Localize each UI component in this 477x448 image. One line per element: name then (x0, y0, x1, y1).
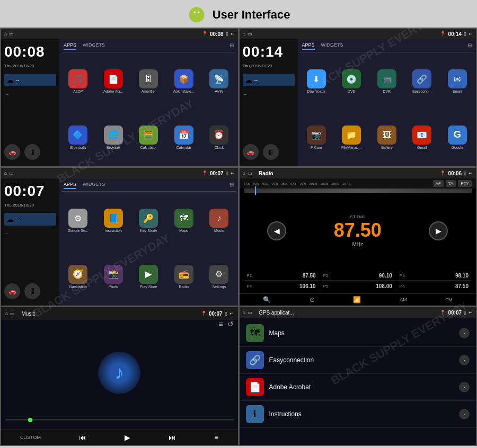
date-1: Thu,2016/10/20 (4, 64, 56, 68)
time-3: 00:07 (210, 171, 224, 176)
app-downloads[interactable]: ⬇ Downloads (300, 55, 333, 109)
eq-btn-3[interactable]: 🎛 (24, 283, 40, 299)
preset-6[interactable]: P6 87.50 (396, 282, 472, 291)
app-navigation[interactable]: 🧭 Navigation (61, 250, 95, 304)
doc-icon-2: ▭ (248, 31, 252, 37)
expand-icon-2[interactable]: ⊟ (467, 42, 472, 50)
app-gmail[interactable]: 📧 Gmail (405, 111, 439, 165)
gps-easyconn-arrow[interactable]: › (459, 355, 470, 365)
app-radio[interactable]: 📻 Radio (167, 250, 201, 304)
app-keystudy[interactable]: 🔑 Key Study (132, 194, 165, 248)
gps-instructions-arrow[interactable]: › (459, 409, 470, 419)
back-icon-m[interactable]: ↩ (229, 311, 234, 316)
gps-app-instructions[interactable]: ℹ Instructions › (240, 401, 476, 428)
app-apk[interactable]: 📦 ApkInstalle... (167, 55, 201, 109)
app-clock[interactable]: ⏰ Clock (202, 111, 236, 165)
radio-prev-btn[interactable]: ◀ (267, 221, 286, 240)
preset-2[interactable]: P2 90.10 (320, 271, 395, 281)
home-icon-3[interactable]: ⌂ (4, 171, 7, 176)
tab-apps-3[interactable]: APPS (64, 182, 76, 189)
play-btn[interactable]: ▶ (125, 433, 130, 442)
car-btn-1[interactable]: 🚗 (4, 144, 20, 160)
prev-btn[interactable]: ⏮ (79, 433, 86, 442)
gps-app-adobe[interactable]: 📄 Adobe Acrobat › (240, 374, 476, 401)
eq-icon-radio[interactable]: ⊙ (310, 296, 315, 303)
music-progress-bar[interactable] (5, 419, 234, 420)
app-playstore[interactable]: ▶ Play Store (132, 250, 165, 304)
radio-next-btn[interactable]: ▶ (429, 221, 448, 240)
preset-5[interactable]: P5 108.00 (320, 282, 395, 291)
app-google[interactable]: G Google (441, 111, 474, 165)
apps-grid-3: ⚙ Google Se... 📘 Instruction 🔑 Key Study (61, 194, 236, 303)
back-icon-3[interactable]: ↩ (231, 171, 235, 176)
expand-icon-1[interactable]: ⊟ (229, 42, 234, 50)
app-maps[interactable]: 🗺 Maps (167, 194, 201, 248)
app-a2dp[interactable]: 🎵 A2DP (61, 55, 95, 109)
app-amplifier[interactable]: 🎛 Amplifier (132, 55, 165, 109)
home-icon-m[interactable]: ⌂ (5, 311, 8, 316)
eq-btn-2[interactable]: 🎛 (263, 144, 279, 160)
preset-1[interactable]: P1 87.50 (244, 271, 319, 281)
radio-icon: 📻 (174, 265, 193, 284)
gps-maps-icon: 🗺 (246, 324, 264, 342)
back-icon-g[interactable]: ↩ (469, 310, 473, 315)
preset-4[interactable]: P4 106.10 (244, 282, 319, 291)
app-avin[interactable]: 📡 AVIN (202, 55, 236, 109)
freq-bar-visual (244, 189, 472, 193)
app-bluetooth[interactable]: 🔷 Bluetooth (61, 111, 95, 165)
fm-label[interactable]: FM (446, 297, 453, 302)
list-btn[interactable]: ≡ (214, 433, 218, 442)
tab-apps-2[interactable]: APPS (302, 42, 315, 50)
signal-icon-radio[interactable]: 📶 (353, 296, 361, 303)
tab-widgets-1[interactable]: WIDGETS (83, 42, 105, 50)
car-btn-3[interactable]: 🚗 (4, 283, 20, 299)
gps-maps-arrow[interactable]: › (459, 328, 470, 338)
app-gallery[interactable]: 🖼 Gallery (370, 111, 404, 165)
app-filemanager[interactable]: 📁 FileManag... (335, 111, 368, 165)
expand-icon-3[interactable]: ⊟ (229, 182, 234, 189)
app-instruction[interactable]: 📘 Instruction (97, 194, 130, 248)
gps-title-bar: GPS applicat... (259, 310, 294, 316)
af-btn[interactable]: AF (433, 180, 444, 187)
app-browser[interactable]: 🌐 Browser (97, 111, 130, 165)
adobe-icon: 📄 (104, 69, 123, 88)
pty-btn[interactable]: PTY (458, 180, 472, 187)
next-btn[interactable]: ⏭ (169, 433, 176, 442)
app-easyconn[interactable]: 🔗 Easyconn... (405, 55, 439, 109)
app-music[interactable]: ♪ Music (202, 194, 236, 248)
app-dvr[interactable]: 📹 DVR (370, 55, 404, 109)
app-email[interactable]: ✉ Email (441, 55, 474, 109)
eq-btn-1[interactable]: 🎛 (24, 144, 40, 160)
app-dvd[interactable]: 💿 DVD (335, 55, 368, 109)
back-icon-2[interactable]: ↩ (469, 31, 473, 37)
ta-btn[interactable]: TA (446, 180, 456, 187)
app-photo[interactable]: 📸 Photo (97, 250, 130, 304)
app-adobe[interactable]: 📄 Adobe Acr... (97, 55, 130, 109)
app-calendar[interactable]: 📅 Calendar (167, 111, 201, 165)
am-label[interactable]: AM (400, 297, 407, 302)
preset-3[interactable]: P3 98.10 (396, 271, 472, 281)
gps-app-maps[interactable]: 🗺 Maps › (240, 320, 476, 347)
gps-adobe-label: Adobe Acrobat (269, 383, 311, 391)
avin-label: AVIN (204, 89, 235, 93)
home-icon-1[interactable]: ⌂ (4, 31, 7, 37)
tab-widgets-2[interactable]: WIDGETS (321, 42, 343, 50)
playlist-icon[interactable]: ≡ (218, 320, 223, 328)
tab-widgets-3[interactable]: WIDGETS (83, 182, 105, 189)
gps-adobe-arrow[interactable]: › (459, 382, 470, 392)
app-fcam[interactable]: 📷 F-Cam (300, 111, 333, 165)
shuffle-icon[interactable]: ↺ (227, 320, 234, 328)
tab-apps-1[interactable]: APPS (64, 42, 76, 50)
time-1: 00:08 (210, 31, 224, 37)
app-calculator[interactable]: 🧮 Calculator (132, 111, 165, 165)
car-btn-2[interactable]: 🚗 (243, 144, 259, 160)
gps-app-easyconn[interactable]: 🔗 Easyconnection › (240, 347, 476, 374)
search-icon-radio[interactable]: 🔍 (263, 296, 271, 303)
home-icon-r[interactable]: ⌂ (243, 171, 245, 176)
app-googleset[interactable]: ⚙ Google Se... (61, 194, 95, 248)
home-icon-g[interactable]: ⌂ (243, 310, 245, 315)
home-icon-2[interactable]: ⌂ (243, 31, 245, 37)
back-icon-r[interactable]: ↩ (469, 171, 473, 176)
app-settings[interactable]: ⚙ Settings (202, 250, 236, 304)
back-icon-1[interactable]: ↩ (231, 31, 235, 37)
